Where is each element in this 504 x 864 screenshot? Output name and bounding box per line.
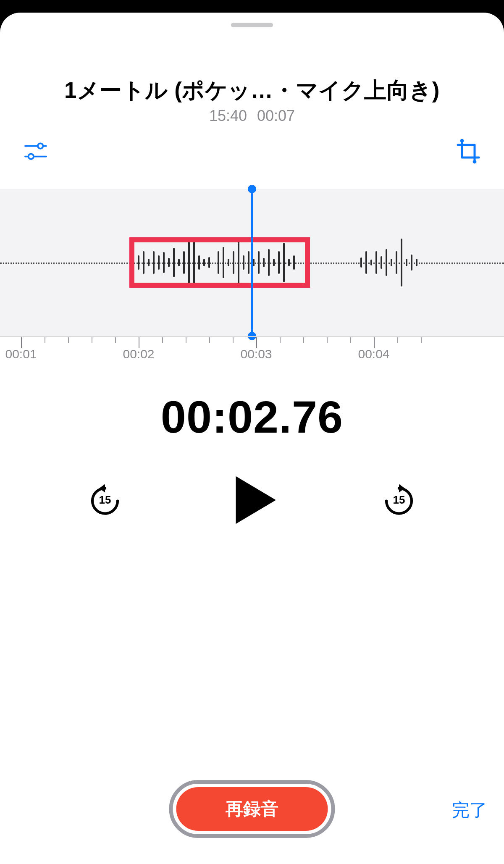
skip-fwd-seconds: 15 (393, 494, 405, 507)
sheet-grabber[interactable] (231, 23, 273, 27)
playhead-handle-top[interactable] (248, 185, 256, 193)
rerecord-button[interactable]: 再録音 (176, 787, 328, 831)
ruler-bar (0, 336, 504, 347)
selection-highlight (129, 237, 310, 288)
time-ruler[interactable]: 00:01 00:02 00:03 00:04 (0, 336, 504, 365)
playhead[interactable] (251, 189, 253, 336)
recording-time: 15:40 (209, 107, 247, 124)
skip-back-seconds: 15 (99, 494, 111, 507)
svg-point-4 (460, 139, 464, 143)
sliders-icon (23, 139, 48, 164)
crop-button[interactable] (456, 139, 481, 164)
ruler-label-3: 00:03 (240, 347, 272, 361)
play-button[interactable] (232, 474, 280, 526)
record-button-ring: 再録音 (169, 780, 335, 838)
footer-controls: 再録音 完了 (0, 780, 504, 847)
transport-controls: 15 15 (0, 466, 504, 533)
edit-toolbar (23, 139, 481, 168)
svg-point-5 (473, 160, 477, 164)
recording-title[interactable]: 1メートル (ポケッ…・マイク上向き) (13, 76, 491, 106)
recording-duration: 00:07 (257, 107, 295, 124)
svg-point-3 (29, 154, 34, 159)
svg-marker-51 (399, 484, 405, 493)
crop-icon (456, 139, 481, 164)
waveform-panel[interactable] (0, 189, 504, 336)
recording-meta: 15:40 00:07 (0, 107, 504, 125)
svg-marker-49 (99, 484, 105, 493)
play-icon (232, 474, 280, 526)
ruler-label-1: 00:01 (5, 347, 37, 361)
editor-sheet: 1メートル (ポケッ…・マイク上向き) 15:40 00:07 (0, 13, 504, 864)
ruler-label-2: 00:02 (123, 347, 154, 361)
svg-point-2 (38, 143, 43, 149)
skip-forward-button[interactable]: 15 (382, 483, 416, 517)
skip-back-button[interactable]: 15 (88, 483, 122, 517)
options-button[interactable] (23, 139, 48, 164)
svg-marker-50 (236, 476, 276, 524)
ruler-label-4: 00:04 (358, 347, 389, 361)
done-button[interactable]: 完了 (452, 798, 487, 822)
elapsed-time: 00:02.76 (0, 391, 504, 443)
